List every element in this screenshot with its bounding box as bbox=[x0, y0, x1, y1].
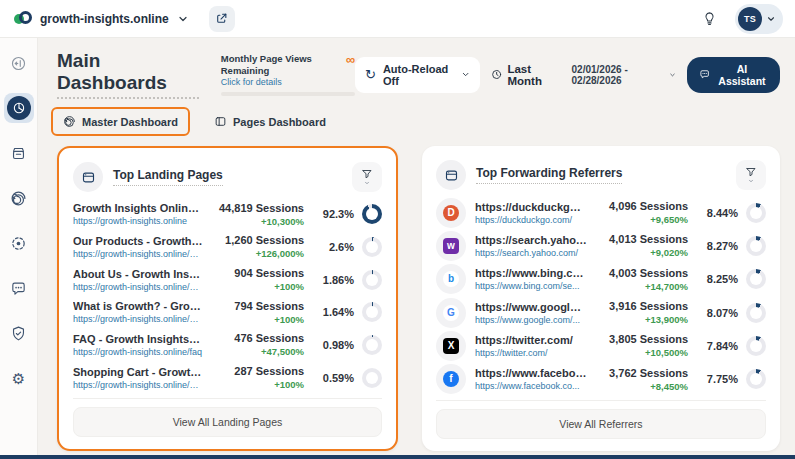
quota-details-link[interactable]: Click for details bbox=[221, 77, 346, 87]
main-content: Main Dashboards Monthly Page Views Remai… bbox=[38, 38, 795, 459]
list-item[interactable]: X https://twitter.com/ https://twitter.c… bbox=[436, 331, 766, 361]
page-title-link[interactable]: About Us - Growth Insights Online bbox=[73, 268, 203, 280]
sessions-count: 3,762 Sessions bbox=[587, 367, 688, 379]
sessions-count: 794 Sessions bbox=[203, 300, 304, 312]
list-item[interactable]: About Us - Growth Insights Online https:… bbox=[73, 267, 382, 292]
sessions-count: 44,819 Sessions bbox=[203, 202, 304, 214]
website-selector[interactable]: growth-insights.online bbox=[40, 12, 169, 26]
percent-value: 0.98% bbox=[308, 339, 354, 351]
list-item[interactable]: w https://search.yahoo.com/ https://sear… bbox=[436, 231, 766, 261]
x-twitter-icon: X bbox=[443, 338, 459, 354]
auto-reload-dropdown[interactable]: ↻ Auto-Reload Off bbox=[355, 57, 480, 93]
referrer-title-link[interactable]: https://www.bing.com/s... bbox=[475, 267, 587, 279]
bing-icon: b bbox=[443, 271, 459, 287]
page-url-link[interactable]: https://growth-insights.online/faq bbox=[73, 347, 203, 357]
ai-assistant-button[interactable]: AI Assistant bbox=[687, 57, 780, 93]
favicon-wrapper: b bbox=[436, 264, 466, 294]
page-title-link[interactable]: FAQ - Growth Insights Online bbox=[73, 333, 203, 345]
list-item[interactable]: What is Growth? - Growth Insight... http… bbox=[73, 300, 382, 325]
period-selector[interactable]: Last Month bbox=[491, 63, 560, 87]
donut-chart bbox=[362, 204, 382, 224]
page-views-quota[interactable]: Monthly Page Views Remaining Click for d… bbox=[221, 53, 355, 96]
user-menu[interactable]: TS bbox=[735, 4, 783, 34]
percent-value: 8.07% bbox=[692, 307, 738, 319]
percent-value: 0.59% bbox=[308, 372, 354, 384]
clock-icon bbox=[491, 68, 502, 81]
chevron-down-icon[interactable] bbox=[177, 13, 189, 25]
referrer-url-link[interactable]: https://www.facebook.co... bbox=[475, 381, 587, 391]
sidebar-collapse-toggle[interactable] bbox=[4, 48, 34, 78]
funnel-icon bbox=[361, 168, 373, 180]
referrer-url-link[interactable]: https://search.yahoo.com/ bbox=[475, 248, 587, 258]
percent-value: 8.27% bbox=[692, 240, 738, 252]
quota-label: Monthly Page Views Remaining bbox=[221, 53, 346, 76]
sidebar-item-settings[interactable]: ⚙ bbox=[4, 363, 34, 393]
filter-button[interactable] bbox=[352, 162, 382, 192]
page-title-link[interactable]: What is Growth? - Growth Insight... bbox=[73, 300, 203, 312]
list-item[interactable]: Our Products - Growth Insights O... http… bbox=[73, 234, 382, 259]
google-icon: G bbox=[443, 305, 459, 321]
chevron-down-icon bbox=[363, 180, 371, 186]
target-scan-icon bbox=[10, 235, 27, 252]
referrer-title-link[interactable]: https://twitter.com/ bbox=[475, 334, 587, 346]
tab-master-dashboard[interactable]: Master Dashboard bbox=[51, 107, 190, 136]
referrer-title-link[interactable]: https://duckduckgo.com/ bbox=[475, 201, 587, 213]
referrer-url-link[interactable]: https://duckduckgo.com/ bbox=[475, 215, 587, 225]
top-landing-pages-card: Top Landing Pages Growth Insights Online… bbox=[57, 146, 398, 451]
chat-bubble-icon bbox=[10, 280, 27, 297]
sidebar-item-feedback[interactable] bbox=[4, 273, 34, 303]
page-url-link[interactable]: https://growth-insights.online/abo... bbox=[73, 282, 203, 292]
page-title-link[interactable]: Growth Insights Online - Growth I... bbox=[73, 202, 203, 214]
sessions-delta: +47,500% bbox=[203, 346, 304, 357]
landing-pages-list: Growth Insights Online - Growth I... htt… bbox=[73, 198, 382, 394]
view-all-referrers-button[interactable]: View All Referrers bbox=[436, 409, 766, 439]
list-item[interactable]: Shopping Cart - Growth Insights ... http… bbox=[73, 365, 382, 390]
sessions-delta: +14,700% bbox=[587, 281, 688, 292]
open-website-button[interactable] bbox=[209, 6, 235, 32]
lightbulb-icon[interactable] bbox=[697, 7, 721, 31]
card-title: Top Landing Pages bbox=[113, 168, 223, 186]
page-title-link[interactable]: Our Products - Growth Insights O... bbox=[73, 235, 203, 247]
sessions-count: 287 Sessions bbox=[203, 365, 304, 377]
topbar: growth-insights.online TS bbox=[0, 0, 795, 38]
referrer-title-link[interactable]: https://www.google.com... bbox=[475, 301, 587, 313]
spiral-icon bbox=[63, 115, 76, 128]
list-item[interactable]: b https://www.bing.com/s... https://www.… bbox=[436, 264, 766, 294]
page-url-link[interactable]: https://growth-insights.online/our-... bbox=[73, 249, 203, 259]
sessions-delta: +9,020% bbox=[587, 247, 688, 258]
sidebar-item-dashboards[interactable] bbox=[4, 93, 34, 123]
page-url-link[interactable]: https://growth-insights.online/our-... bbox=[73, 380, 203, 390]
page-title-link[interactable]: Shopping Cart - Growth Insights ... bbox=[73, 366, 203, 378]
sessions-count: 3,805 Sessions bbox=[587, 333, 688, 345]
tab-pages-dashboard[interactable]: Pages Dashboard bbox=[204, 109, 336, 134]
donut-chart bbox=[362, 270, 382, 290]
chevron-down-icon bbox=[461, 69, 470, 80]
list-item[interactable]: G https://www.google.com... https://www.… bbox=[436, 298, 766, 328]
referrer-url-link[interactable]: https://www.bing.com/se... bbox=[475, 281, 587, 291]
percent-value: 2.6% bbox=[308, 241, 354, 253]
filter-button[interactable] bbox=[736, 160, 766, 190]
facebook-icon: f bbox=[443, 371, 459, 387]
app-logo-icon bbox=[14, 10, 32, 28]
page-url-link[interactable]: https://growth-insights.online bbox=[73, 216, 203, 226]
ai-assistant-label: AI Assistant bbox=[716, 63, 768, 87]
referrer-title-link[interactable]: https://search.yahoo.com/ bbox=[475, 234, 587, 246]
favicon-wrapper: G bbox=[436, 298, 466, 328]
list-item[interactable]: FAQ - Growth Insights Online https://gro… bbox=[73, 332, 382, 357]
list-item[interactable]: f https://www.facebook.c... https://www.… bbox=[436, 364, 766, 394]
sessions-delta: +8,450% bbox=[587, 381, 688, 392]
page-url-link[interactable]: https://growth-insights.online/wha... bbox=[73, 314, 203, 324]
sidebar-item-store[interactable] bbox=[4, 138, 34, 168]
sidebar-item-privacy[interactable] bbox=[4, 318, 34, 348]
referrer-url-link[interactable]: https://www.google.com/... bbox=[475, 315, 587, 325]
sidebar-item-behavior[interactable] bbox=[4, 183, 34, 213]
sidebar-item-visitors[interactable] bbox=[4, 228, 34, 258]
sessions-delta: +9,650% bbox=[587, 214, 688, 225]
date-range-picker[interactable]: 02/01/2026 - 02/28/2026 bbox=[572, 64, 676, 86]
view-all-landing-pages-button[interactable]: View All Landing Pages bbox=[73, 407, 382, 437]
referrer-url-link[interactable]: https://twitter.com/ bbox=[475, 348, 587, 358]
referrer-title-link[interactable]: https://www.facebook.c... bbox=[475, 367, 587, 379]
sessions-delta: +126,000% bbox=[203, 248, 304, 259]
list-item[interactable]: Growth Insights Online - Growth I... htt… bbox=[73, 202, 382, 227]
list-item[interactable]: D https://duckduckgo.com/ https://duckdu… bbox=[436, 198, 766, 228]
